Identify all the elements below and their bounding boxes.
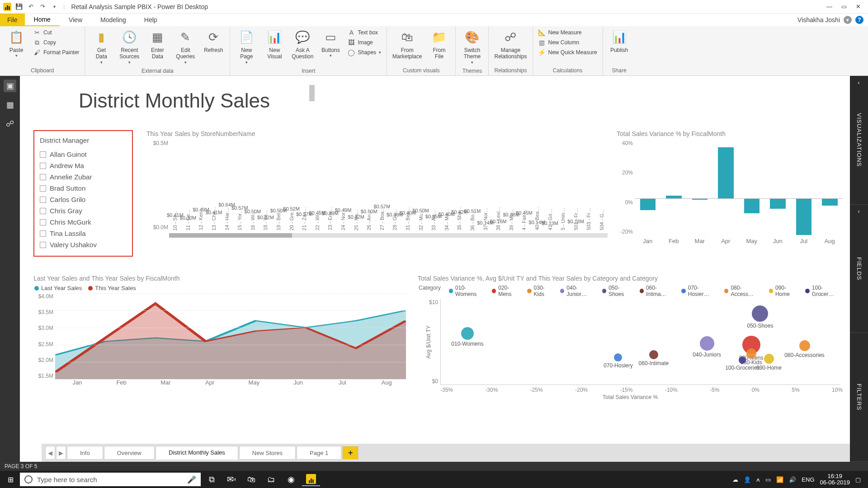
refresh-button[interactable]: ⟳Refresh bbox=[202, 28, 225, 55]
page-tab[interactable]: Overview bbox=[104, 446, 155, 460]
switch-theme-button[interactable]: 🎨Switch Theme bbox=[460, 28, 484, 67]
checkbox-icon[interactable] bbox=[40, 163, 46, 169]
volume-icon[interactable]: 🔊 bbox=[789, 476, 796, 483]
copy-button[interactable]: ⧉Copy bbox=[33, 38, 80, 47]
slicer-item[interactable]: Carlos Grilo bbox=[40, 194, 127, 205]
qat-dropdown-icon[interactable]: ▾ bbox=[50, 2, 59, 11]
add-page-button[interactable]: + bbox=[342, 446, 359, 460]
close-button[interactable]: ✕ bbox=[856, 3, 861, 10]
checkbox-icon[interactable] bbox=[40, 174, 46, 180]
tab-view[interactable]: View bbox=[60, 14, 91, 26]
bubble[interactable] bbox=[461, 327, 474, 340]
onedrive-icon[interactable]: ☁ bbox=[732, 476, 738, 483]
user-avatar-icon[interactable]: ▾ bbox=[844, 16, 852, 24]
report-view-icon[interactable]: ▣ bbox=[4, 80, 16, 92]
checkbox-icon[interactable] bbox=[40, 151, 46, 158]
publish-button[interactable]: 📊Publish bbox=[608, 28, 631, 55]
checkbox-icon[interactable] bbox=[40, 230, 46, 237]
chart-scrollbar[interactable] bbox=[169, 233, 608, 238]
checkbox-icon[interactable] bbox=[40, 242, 46, 248]
slicer-item[interactable]: Tina Lassila bbox=[40, 228, 127, 239]
bubble[interactable] bbox=[799, 340, 810, 351]
edit-queries-button[interactable]: ✎Edit Queries bbox=[174, 28, 197, 67]
tray-chevron-icon[interactable]: ʌ bbox=[756, 476, 760, 483]
checkbox-icon[interactable] bbox=[40, 185, 46, 192]
slicer-district-manager[interactable]: District Manager Allan GuinotAndrew MaAn… bbox=[33, 130, 133, 257]
paste-button[interactable]: 📋Paste bbox=[5, 28, 28, 60]
bubble[interactable] bbox=[614, 353, 622, 361]
start-button[interactable]: ⊞ bbox=[3, 473, 18, 486]
language-indicator[interactable]: ENG bbox=[802, 476, 814, 483]
slicer-item[interactable]: Valery Ushakov bbox=[40, 239, 127, 250]
checkbox-icon[interactable] bbox=[40, 219, 46, 225]
people-icon[interactable]: 👤 bbox=[744, 476, 751, 483]
store-icon[interactable]: 🛍 bbox=[242, 473, 260, 486]
chart-this-year-sales[interactable]: This Year Sales by StoreNumberName $0.5M… bbox=[146, 130, 608, 266]
page-tab[interactable]: Info bbox=[67, 446, 103, 460]
slicer-item[interactable]: Chris McGurk bbox=[40, 216, 127, 228]
pane-visualizations[interactable]: ‹VISUALIZATIONS bbox=[850, 76, 868, 205]
new-column-button[interactable]: ▥New Column bbox=[538, 38, 598, 47]
tab-home[interactable]: Home bbox=[25, 14, 60, 26]
enter-data-button[interactable]: ▦Enter Data bbox=[146, 28, 169, 62]
page-tab[interactable]: Page 1 bbox=[297, 446, 341, 460]
model-view-icon[interactable]: ☍ bbox=[4, 117, 16, 130]
from-file-button[interactable]: 📁From File bbox=[427, 28, 451, 62]
slicer-item[interactable]: Allan Guinot bbox=[40, 149, 127, 160]
resize-handle[interactable] bbox=[309, 85, 315, 101]
bubble[interactable] bbox=[746, 348, 756, 358]
tab-help[interactable]: Help bbox=[135, 14, 166, 26]
page-tab[interactable]: District Monthly Sales bbox=[156, 446, 238, 460]
redo-icon[interactable]: ↷ bbox=[38, 2, 47, 11]
taskbar-search[interactable]: Type here to search 🎤 bbox=[20, 473, 201, 486]
data-view-icon[interactable]: ▦ bbox=[4, 99, 16, 111]
chart-scatter-category[interactable]: Total Sales Variance %, Avg $/Unit TY an… bbox=[418, 275, 843, 406]
slicer-item[interactable]: Andrew Ma bbox=[40, 160, 127, 171]
new-measure-button[interactable]: 📐New Measure bbox=[538, 28, 598, 37]
bubble[interactable] bbox=[764, 354, 774, 364]
slicer-item[interactable]: Brad Sutton bbox=[40, 183, 127, 194]
action-center-icon[interactable]: ▢ bbox=[855, 476, 861, 483]
pane-fields[interactable]: ‹FIELDS bbox=[850, 205, 868, 333]
page-prev-icon[interactable]: ◀ bbox=[45, 446, 55, 460]
wifi-icon[interactable]: 📶 bbox=[776, 476, 783, 483]
recent-sources-button[interactable]: 🕓Recent Sources bbox=[118, 28, 141, 67]
new-page-button[interactable]: 📄New Page bbox=[235, 28, 258, 67]
help-icon[interactable]: ? bbox=[855, 16, 863, 24]
new-quick-measure-button[interactable]: ⚡New Quick Measure bbox=[538, 48, 598, 57]
checkbox-icon[interactable] bbox=[40, 208, 46, 214]
explorer-icon[interactable]: 🗂 bbox=[262, 473, 280, 486]
chart-variance[interactable]: Total Sales Variance % by FiscalMonth 40… bbox=[617, 130, 843, 266]
page-tab[interactable]: New Stores bbox=[239, 446, 296, 460]
file-tab[interactable]: File bbox=[0, 14, 25, 26]
save-icon[interactable]: 💾 bbox=[14, 2, 24, 11]
cut-button[interactable]: ✂Cut bbox=[33, 28, 80, 37]
slicer-item[interactable]: Annelie Zubar bbox=[40, 171, 127, 183]
report-canvas[interactable]: District Monthly Sales District Manager … bbox=[20, 76, 850, 462]
tab-modeling[interactable]: Modeling bbox=[91, 14, 135, 26]
pane-filters[interactable]: FILTERS bbox=[850, 333, 868, 462]
page-next-icon[interactable]: ▶ bbox=[56, 446, 66, 460]
clock[interactable]: 16:1906-06-2019 bbox=[820, 473, 850, 486]
chart-area-sales[interactable]: Last Year Sales and This Year Sales by F… bbox=[33, 275, 409, 406]
minimize-button[interactable]: — bbox=[826, 3, 832, 10]
undo-icon[interactable]: ↶ bbox=[26, 2, 35, 11]
bubble[interactable] bbox=[649, 350, 658, 359]
get-data-button[interactable]: ▮Get Data bbox=[90, 28, 113, 67]
format-painter-button[interactable]: 🖌Format Painter bbox=[33, 48, 80, 57]
restore-button[interactable]: ▭ bbox=[841, 3, 847, 10]
new-visual-button[interactable]: 📊New Visual bbox=[263, 28, 286, 62]
shapes-button[interactable]: ◯Shapes bbox=[347, 48, 382, 57]
powerbi-taskbar-icon[interactable] bbox=[302, 473, 320, 486]
bubble[interactable] bbox=[739, 357, 746, 364]
ask-question-button[interactable]: 💬Ask A Question bbox=[291, 28, 314, 62]
slicer-item[interactable]: Chris Gray bbox=[40, 205, 127, 216]
image-button[interactable]: 🖼Image bbox=[347, 38, 382, 47]
chrome-icon[interactable]: ◉ bbox=[282, 473, 300, 486]
textbox-button[interactable]: AText box bbox=[347, 28, 382, 37]
bubble[interactable] bbox=[752, 305, 768, 322]
manage-relationships-button[interactable]: ☍Manage Relationships bbox=[493, 28, 528, 62]
bubble[interactable] bbox=[700, 336, 714, 351]
battery-icon[interactable]: ▭ bbox=[765, 476, 771, 483]
task-view-icon[interactable]: ⧉ bbox=[203, 473, 221, 486]
